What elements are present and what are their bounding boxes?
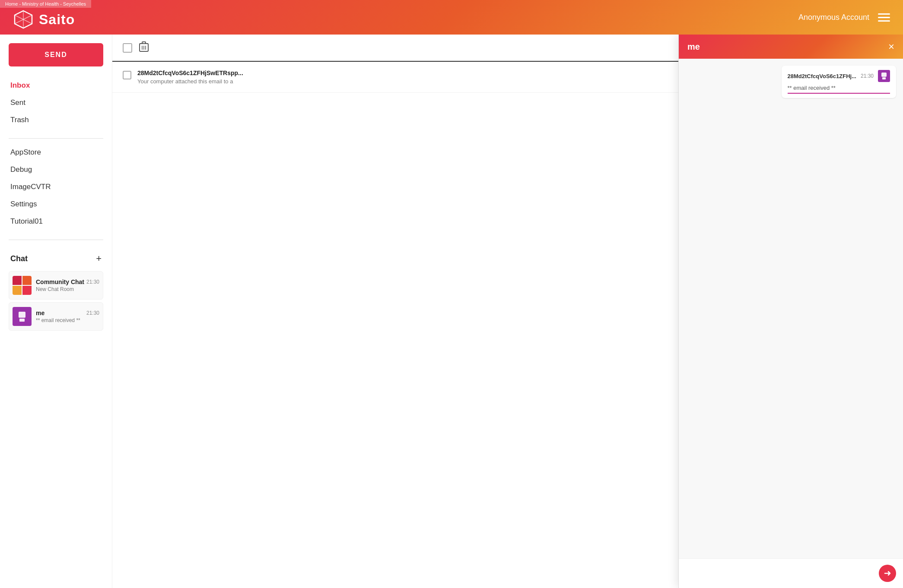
chat-msg-header: 28Md2tCfcqVoS6c1ZFHj... 21:30	[788, 70, 890, 82]
send-arrow-icon	[884, 569, 891, 577]
chat-section-header: Chat +	[9, 250, 103, 268]
community-chat-name: Community Chat	[36, 278, 84, 285]
delete-button[interactable]	[139, 41, 149, 54]
main-container: SEND Inbox Sent Trash AppStore Debug Ima…	[0, 35, 903, 588]
saito-logo-icon	[13, 9, 34, 30]
app-item-imagecvtr[interactable]: ImageCVTR	[9, 178, 103, 196]
chat-msg-sender: 28Md2tCfcqVoS6c1ZFHj...	[788, 73, 856, 79]
chat-message: 28Md2tCfcqVoS6c1ZFHj... 21:30 ** email r…	[686, 66, 896, 98]
chat-msg-underline	[788, 93, 890, 94]
chat-close-button[interactable]: ×	[888, 41, 894, 52]
chat-list: Community Chat 21:30 New Chat Room	[9, 271, 103, 332]
email-sender: 28Md2tCfcqVoS6c1ZFHjSwETRspp...	[137, 70, 243, 76]
trash-icon	[139, 41, 149, 52]
app-item-debug[interactable]: Debug	[9, 161, 103, 178]
header: Home - Ministry of Health - Seychelles S…	[0, 0, 903, 35]
content-area: 0.0 SAITO 28Md2tCfcqVoS6c1ZFHjSwETRspp..…	[112, 35, 903, 588]
me-chat-time: 21:30	[86, 310, 99, 316]
chat-popup: me × 28Md2tCfcqVoS6c1ZFHj... 21:30	[678, 35, 903, 588]
nav-item-inbox[interactable]: Inbox	[9, 77, 103, 94]
nav-item-trash[interactable]: Trash	[9, 111, 103, 129]
chat-send-button[interactable]	[879, 565, 896, 582]
sidebar-divider-1	[9, 138, 103, 139]
community-chat-avatar	[13, 276, 32, 295]
send-button[interactable]: SEND	[9, 43, 103, 66]
email-checkbox[interactable]	[123, 71, 131, 79]
svg-rect-12	[881, 73, 887, 77]
chat-section-label: Chat	[10, 254, 28, 263]
app-item-appstore[interactable]: AppStore	[9, 144, 103, 161]
chat-item-me[interactable]: me 21:30 ** email received **	[9, 302, 103, 331]
me-chat-info: me 21:30 ** email received **	[36, 310, 99, 323]
chat-popup-body: 28Md2tCfcqVoS6c1ZFHj... 21:30 ** email r…	[679, 59, 903, 558]
community-chat-time: 21:30	[86, 279, 99, 285]
me-chat-avatar	[13, 307, 32, 326]
chat-popup-footer	[679, 558, 903, 588]
select-all-checkbox[interactable]	[123, 43, 132, 53]
svg-rect-13	[882, 77, 886, 79]
app-title: Saito	[39, 12, 75, 28]
app-item-tutorial01[interactable]: Tutorial01	[9, 213, 103, 230]
apps-section: AppStore Debug ImageCVTR Settings Tutori…	[9, 144, 103, 230]
chat-section: Chat + Community Chat 21:30	[9, 250, 103, 332]
chat-item-community[interactable]: Community Chat 21:30 New Chat Room	[9, 271, 103, 300]
chat-message-bubble: 28Md2tCfcqVoS6c1ZFHj... 21:30 ** email r…	[782, 66, 896, 98]
add-chat-button[interactable]: +	[96, 253, 102, 264]
chat-msg-time: 21:30	[861, 73, 874, 79]
chat-popup-title: me	[687, 42, 700, 52]
nav-section: Inbox Sent Trash	[9, 77, 103, 129]
hamburger-menu[interactable]	[878, 13, 890, 22]
user-account-label: Anonymous Account	[798, 13, 869, 22]
community-chat-preview: New Chat Room	[36, 286, 99, 292]
logo-area: Saito	[13, 9, 75, 30]
app-item-settings[interactable]: Settings	[9, 196, 103, 213]
toolbar-left	[123, 41, 149, 54]
svg-rect-4	[19, 312, 25, 318]
community-chat-info: Community Chat 21:30 New Chat Room	[36, 278, 99, 292]
chat-popup-header: me ×	[679, 35, 903, 59]
svg-rect-8	[142, 42, 146, 44]
me-chat-name: me	[36, 310, 45, 316]
chat-msg-text: ** email received **	[788, 85, 890, 91]
header-right: Anonymous Account	[798, 13, 890, 22]
breadcrumb: Home - Ministry of Health - Seychelles	[0, 0, 91, 8]
nav-item-sent[interactable]: Sent	[9, 94, 103, 111]
sidebar: SEND Inbox Sent Trash AppStore Debug Ima…	[0, 35, 112, 588]
sidebar-divider-2	[9, 240, 103, 240]
me-chat-preview: ** email received **	[36, 317, 99, 323]
svg-rect-5	[19, 319, 25, 322]
chat-msg-avatar	[878, 70, 890, 82]
